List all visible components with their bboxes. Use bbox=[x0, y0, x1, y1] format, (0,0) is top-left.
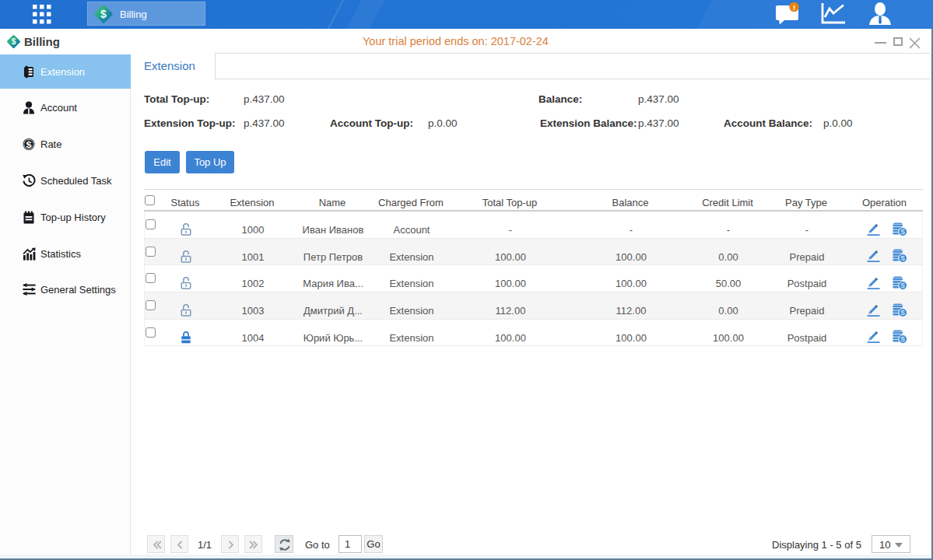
svg-text:$: $ bbox=[12, 37, 16, 46]
svg-text:S: S bbox=[900, 282, 905, 289]
svg-text:S: S bbox=[900, 228, 905, 236]
svg-text:S: S bbox=[900, 254, 905, 262]
svg-text:$: $ bbox=[100, 8, 107, 20]
svg-text:S: S bbox=[900, 335, 905, 343]
svg-text:!: ! bbox=[793, 3, 795, 12]
svg-text:S: S bbox=[900, 309, 905, 317]
